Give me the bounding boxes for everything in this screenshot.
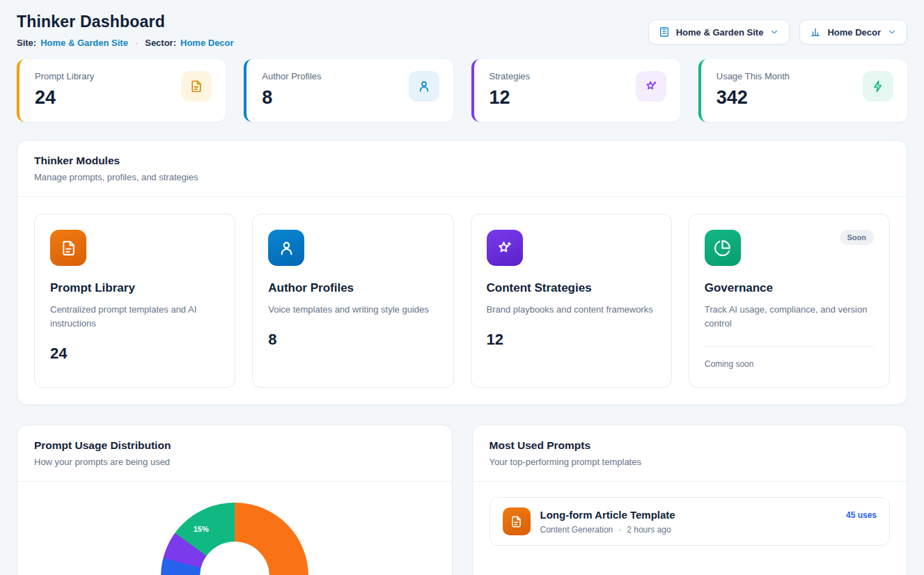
usage-header: Prompt Usage Distribution How your promp…	[17, 425, 452, 482]
header-selectors: Home & Garden Site Home Decor	[648, 19, 907, 45]
stat-card-usage: Usage This Month 342	[698, 59, 907, 122]
stat-text: Prompt Library 24	[35, 71, 94, 109]
bottom-row: Prompt Usage Distribution How your promp…	[17, 425, 907, 575]
breadcrumb: Site: Home & Garden Site · Sector: Home …	[17, 38, 234, 48]
modules-header: Thinker Modules Manage prompts, profiles…	[17, 141, 907, 197]
page-header: Thinker Dashboard Site: Home & Garden Si…	[17, 13, 907, 48]
site-selector-dropdown[interactable]: Home & Garden Site	[648, 19, 790, 45]
thinker-modules-panel: Thinker Modules Manage prompts, profiles…	[17, 140, 907, 405]
modules-grid: Prompt Library Centralized prompt templa…	[17, 197, 907, 404]
donut-slice-label: 15%	[194, 525, 209, 533]
header-left: Thinker Dashboard Site: Home & Garden Si…	[17, 13, 234, 48]
stats-row: Prompt Library 24 Author Profiles 8 Stra…	[17, 59, 907, 122]
stat-label: Author Profiles	[262, 71, 321, 81]
module-description: Brand playbooks and content frameworks	[487, 303, 654, 317]
module-count: 12	[487, 331, 656, 349]
document-icon	[181, 71, 212, 102]
module-card-governance[interactable]: Soon Governance Track AI usage, complian…	[689, 214, 890, 388]
most-used-title: Most Used Prompts	[490, 439, 891, 452]
module-description: Centralized prompt templates and AI inst…	[50, 303, 217, 331]
usage-title: Prompt Usage Distribution	[34, 439, 435, 452]
usage-chart-area: 15%	[17, 482, 452, 575]
stat-value: 8	[262, 87, 321, 109]
stat-text: Strategies 12	[490, 71, 531, 109]
module-title: Content Strategies	[487, 281, 656, 295]
sector-link[interactable]: Home Decor	[180, 38, 234, 48]
sector-selector-label: Home Decor	[827, 27, 881, 38]
site-link[interactable]: Home & Garden Site	[40, 38, 128, 48]
usage-donut: 15%	[161, 503, 308, 575]
module-description: Track AI usage, compliance, and version …	[705, 303, 872, 331]
stat-text: Author Profiles 8	[262, 71, 321, 109]
dashboard-page: Thinker Dashboard Site: Home & Garden Si…	[0, 0, 924, 575]
module-title: Prompt Library	[50, 281, 219, 295]
document-icon	[50, 230, 86, 266]
sector-selector-dropdown[interactable]: Home Decor	[799, 19, 907, 45]
bar-chart-icon	[810, 26, 821, 38]
chevron-down-icon	[769, 27, 779, 37]
stat-label: Prompt Library	[35, 71, 94, 81]
sparkle-star-icon	[636, 71, 666, 102]
sparkle-star-icon	[487, 230, 523, 266]
list-item[interactable]: Long-form Article Template Content Gener…	[490, 497, 891, 546]
separator-dot: ·	[135, 38, 138, 48]
user-icon	[268, 230, 304, 266]
module-title: Author Profiles	[268, 281, 437, 295]
most-used-header: Most Used Prompts Your top-performing pr…	[473, 425, 907, 482]
module-card-content-strategies[interactable]: Content Strategies Brand playbooks and c…	[471, 214, 672, 388]
stat-card-prompt-library: Prompt Library 24	[17, 59, 226, 122]
prompt-usage-panel: Prompt Usage Distribution How your promp…	[17, 425, 453, 575]
stat-value: 342	[717, 87, 790, 109]
site-selector-label: Home & Garden Site	[676, 27, 764, 38]
prompt-time: 2 hours ago	[627, 525, 671, 535]
module-card-author-profiles[interactable]: Author Profiles Voice templates and writ…	[252, 214, 453, 388]
lightning-icon	[863, 71, 893, 102]
document-icon	[503, 507, 531, 535]
modules-title: Thinker Modules	[34, 155, 890, 167]
chevron-down-icon	[887, 27, 897, 37]
uses-count: 45 uses	[846, 510, 877, 520]
stat-text: Usage This Month 342	[717, 71, 790, 109]
modules-subtitle: Manage prompts, profiles, and strategies	[34, 172, 890, 182]
module-count: 24	[50, 345, 219, 363]
building-icon	[659, 26, 670, 38]
module-count: 8	[268, 331, 437, 349]
site-label: Site:	[17, 38, 36, 48]
stat-value: 12	[490, 87, 531, 109]
most-used-panel: Most Used Prompts Your top-performing pr…	[472, 425, 908, 575]
module-card-prompt-library[interactable]: Prompt Library Centralized prompt templa…	[34, 214, 235, 388]
stat-value: 24	[35, 87, 94, 109]
prompt-title: Long-form Article Template	[540, 509, 836, 521]
most-used-list: Long-form Article Template Content Gener…	[473, 482, 907, 561]
stat-card-strategies: Strategies 12	[471, 59, 680, 122]
page-title: Thinker Dashboard	[17, 13, 234, 31]
module-title: Governance	[705, 281, 874, 295]
soon-badge: Soon	[840, 230, 875, 245]
prompt-category: Content Generation	[540, 525, 613, 535]
prompt-meta: Content Generation · 2 hours ago	[540, 525, 836, 535]
usage-subtitle: How your prompts are being used	[34, 457, 435, 467]
most-used-subtitle: Your top-performing prompt templates	[490, 457, 891, 467]
separator-dot: ·	[618, 525, 621, 535]
module-description: Voice templates and writing style guides	[268, 303, 435, 317]
stat-card-author-profiles: Author Profiles 8	[244, 59, 453, 122]
stat-label: Usage This Month	[717, 71, 790, 81]
stat-label: Strategies	[490, 71, 531, 81]
coming-soon-text: Coming soon	[705, 346, 874, 369]
user-icon	[409, 71, 439, 102]
prompt-info: Long-form Article Template Content Gener…	[540, 509, 836, 535]
sector-label: Sector:	[145, 38, 176, 48]
pie-chart-icon	[705, 230, 741, 266]
